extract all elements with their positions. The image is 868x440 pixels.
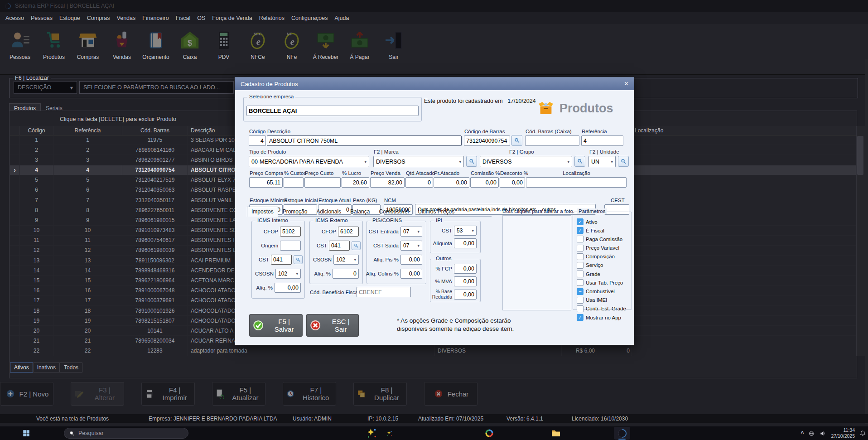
widgets-sparkle-icon[interactable] xyxy=(366,428,377,439)
action-button[interactable]: Fechar xyxy=(424,382,477,406)
fcp-input[interactable] xyxy=(454,264,477,274)
ipi-cst-select[interactable]: 53▾ xyxy=(454,226,477,236)
toolbar-button[interactable]: Á Pagar xyxy=(345,30,374,74)
action-button[interactable]: F3 | Alterar xyxy=(71,382,124,406)
scrollbar-thumb[interactable] xyxy=(857,136,863,175)
parametro-checkbox[interactable]: Grade xyxy=(577,271,632,277)
toolbar-button[interactable]: NFe xyxy=(277,30,306,74)
menu-item[interactable]: Compras xyxy=(87,15,110,21)
icms-int-csosn-select[interactable]: 102▾ xyxy=(275,269,301,279)
dialog-tab[interactable]: Promoção xyxy=(278,207,312,216)
menu-item[interactable]: Força de Venda xyxy=(212,15,252,21)
parametro-checkbox[interactable]: Contr. Est. Grade xyxy=(577,305,632,312)
icms-ext-cfop-input[interactable] xyxy=(338,227,359,237)
icms-int-cst-search-button[interactable] xyxy=(294,255,303,264)
action-button[interactable]: F4 | Imprimir xyxy=(141,382,195,406)
menu-item[interactable]: Relatórios xyxy=(259,15,285,21)
menu-item[interactable]: Configurações xyxy=(291,15,328,21)
toolbar-button[interactable]: Compras xyxy=(73,30,102,74)
filter-tab[interactable]: Inativos xyxy=(33,363,60,372)
toolbar-button[interactable]: Vendas xyxy=(107,30,136,74)
header-codigo[interactable]: Código xyxy=(20,126,53,135)
preco-custo-input[interactable] xyxy=(304,177,341,188)
dialog-tab[interactable]: Adicionais xyxy=(312,207,346,216)
menu-item[interactable]: Financeiro xyxy=(142,15,169,21)
start-button[interactable] xyxy=(21,428,32,439)
icms-int-origem-input[interactable] xyxy=(280,241,301,251)
product-photo-box[interactable] xyxy=(502,215,571,310)
close-icon[interactable]: × xyxy=(624,80,628,88)
parametro-checkbox[interactable]: Composição xyxy=(577,253,632,260)
network-icon[interactable] xyxy=(808,430,815,437)
table-row[interactable]: 22 22 12283 adaptador para tomada DIVERS… xyxy=(10,346,856,356)
aliq-pis-input[interactable] xyxy=(400,255,422,265)
marca-search-button[interactable] xyxy=(466,156,477,167)
tray-chevron-icon[interactable]: ^ xyxy=(800,430,804,436)
locator-field-select[interactable]: DESCRIÇÃO ▾ xyxy=(14,81,77,94)
dialog-tab[interactable]: Balança xyxy=(346,207,374,216)
menu-item[interactable]: OS xyxy=(197,15,205,21)
header-cod-barras[interactable]: Cód. Barras xyxy=(122,126,188,135)
qtd-atacado-input[interactable] xyxy=(405,177,433,188)
dialog-tab[interactable]: Combustivel xyxy=(374,207,413,216)
toolbar-button[interactable]: Á Receber xyxy=(311,30,340,74)
icms-ext-cst-input[interactable] xyxy=(329,241,350,251)
preco-compra-input[interactable] xyxy=(249,177,283,188)
icms-int-cfop-input[interactable] xyxy=(280,227,301,237)
parametro-checkbox[interactable]: Combustível xyxy=(577,288,632,295)
header-referencia[interactable]: Referência xyxy=(53,126,122,135)
menu-item[interactable]: Vendas xyxy=(117,15,136,21)
volume-icon[interactable] xyxy=(820,430,826,437)
grupo-select[interactable]: DIVERSOS▾ xyxy=(480,156,572,167)
taskbar-search[interactable]: Pesquisar xyxy=(64,428,188,439)
sair-button[interactable]: ESC | Sair xyxy=(306,314,359,337)
action-button[interactable]: F5 | Atualizar xyxy=(212,382,265,406)
codigo-input[interactable] xyxy=(249,135,266,146)
filter-tab[interactable]: Todos xyxy=(60,363,82,372)
cod-barras-caixa-input[interactable] xyxy=(525,135,579,146)
toolbar-button[interactable]: Produtos xyxy=(39,30,68,74)
marca-select[interactable]: DIVERSOS▾ xyxy=(373,156,464,167)
base-reduzida-input[interactable] xyxy=(454,290,477,300)
localizacao-input[interactable] xyxy=(526,177,627,188)
menu-item[interactable]: Estoque xyxy=(59,15,80,21)
toolbar-button[interactable]: Caixa xyxy=(175,30,204,74)
toolbar-button[interactable]: Pessoas xyxy=(5,30,34,74)
menu-item[interactable]: Ajuda xyxy=(335,15,349,21)
preco-venda-input[interactable] xyxy=(370,177,405,188)
unidade-search-button[interactable] xyxy=(618,156,629,167)
toolbar-button[interactable]: PDV xyxy=(209,30,238,74)
icms-ext-aliq-input[interactable] xyxy=(333,269,359,279)
locator-search-input[interactable]: SELECIONE O PARÂMETRO DA BUSCA AO LADO..… xyxy=(79,81,234,94)
parametro-checkbox[interactable]: Usar Tab. Preço xyxy=(577,279,632,286)
action-button[interactable]: F8 | Duplicar xyxy=(353,382,407,406)
cst-entrada-select[interactable]: 07▾ xyxy=(400,227,422,237)
menu-item[interactable]: Pessoas xyxy=(31,15,53,21)
tipo-produto-select[interactable]: 00-MERCADORIA PARA REVENDA▾ xyxy=(249,156,369,167)
notification-bell-icon[interactable] xyxy=(859,430,866,437)
beneficio-input[interactable] xyxy=(357,287,411,297)
header-localizacao[interactable]: Localização xyxy=(632,126,856,135)
pr-atacado-input[interactable] xyxy=(434,177,469,188)
dialog-tab[interactable]: Ultimos Preços xyxy=(414,207,459,216)
action-button[interactable]: F7 | Historico xyxy=(283,382,336,406)
aliq-cofins-input[interactable] xyxy=(400,269,422,279)
ipi-aliquota-input[interactable] xyxy=(454,238,477,248)
copilot-icon[interactable] xyxy=(484,428,495,439)
parametro-checkbox[interactable]: Usa IMEI xyxy=(577,297,632,304)
unidade-select[interactable]: UN▾ xyxy=(588,156,616,167)
dialog-tab[interactable]: Impostos xyxy=(247,207,278,217)
cod-barras-search-button[interactable] xyxy=(511,135,522,146)
toolbar-button[interactable]: NFCe xyxy=(243,30,272,74)
parametro-checkbox[interactable]: É Fiscal xyxy=(577,227,632,234)
erp-app-icon[interactable] xyxy=(617,428,627,439)
mva-input[interactable] xyxy=(454,276,477,286)
salvar-button[interactable]: F5 | Salvar xyxy=(249,314,303,337)
grupo-search-button[interactable] xyxy=(574,156,585,167)
icms-ext-cst-search-button[interactable] xyxy=(352,241,361,250)
cod-barras-input[interactable] xyxy=(464,135,510,146)
referencia-input[interactable] xyxy=(581,135,623,146)
parametro-checkbox[interactable]: Serviço xyxy=(577,262,632,269)
lucro-input[interactable] xyxy=(342,177,369,188)
descricao-input[interactable] xyxy=(267,135,462,146)
